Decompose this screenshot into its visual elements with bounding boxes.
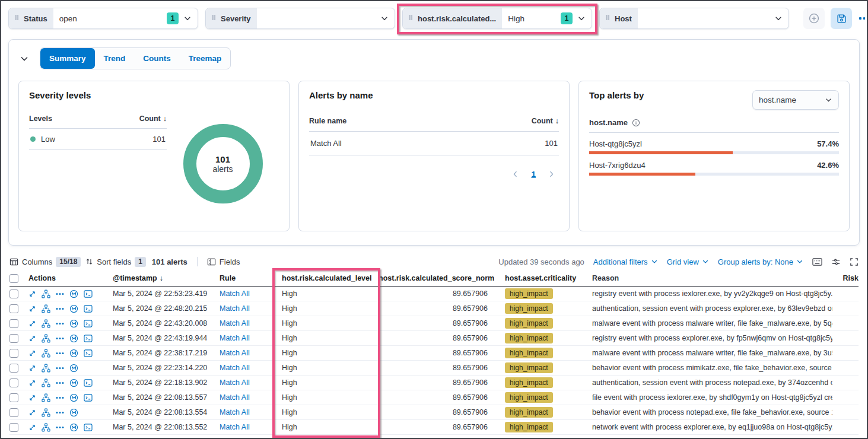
add-filter-button[interactable] (803, 8, 825, 29)
more-actions-button-icon[interactable] (56, 396, 64, 399)
row-checkbox[interactable] (9, 393, 18, 402)
expand-alert-button-icon[interactable] (28, 349, 36, 357)
analyzer-button-icon[interactable] (42, 393, 50, 402)
session-view-button-icon[interactable] (69, 319, 78, 328)
rule-link[interactable]: Match All (220, 423, 250, 431)
session-view-button-icon[interactable] (69, 349, 78, 358)
more-actions-button-icon[interactable] (56, 381, 64, 384)
row-checkbox[interactable] (9, 290, 18, 298)
analyzer-button-icon[interactable] (42, 304, 50, 313)
expand-alert-button-icon[interactable] (28, 364, 36, 372)
terminal-session-icon[interactable] (84, 290, 93, 298)
rule-link[interactable]: Match All (220, 304, 250, 313)
stack-by-select[interactable]: host.name (752, 90, 839, 110)
row-checkbox[interactable] (9, 378, 18, 387)
session-view-button-icon[interactable] (69, 378, 78, 387)
more-actions-button-icon[interactable] (56, 307, 64, 310)
more-actions-button-icon[interactable] (56, 322, 64, 325)
rule-link[interactable]: Match All (220, 334, 250, 342)
save-button[interactable] (831, 8, 852, 29)
header-criticality[interactable]: host.asset.criticality (498, 274, 592, 282)
analyzer-button-icon[interactable] (42, 319, 50, 328)
terminal-session-icon[interactable] (84, 335, 93, 342)
grid-view-button[interactable]: Grid view (667, 257, 709, 266)
analyzer-button-icon[interactable] (42, 408, 50, 417)
select-all-checkbox[interactable] (9, 274, 18, 283)
header-reason[interactable]: Reason (592, 274, 832, 282)
expand-alert-button-icon[interactable] (28, 394, 36, 402)
sort-fields-button[interactable]: Sort fields 1 (85, 257, 146, 267)
rule-link[interactable]: Match All (220, 393, 250, 402)
row-checkbox[interactable] (9, 364, 18, 373)
cell-reason[interactable]: behavior event with process notepad.exe,… (592, 408, 832, 416)
filter-chip-status[interactable]: Statusopen1 (8, 8, 198, 29)
terminal-session-icon[interactable] (84, 320, 93, 327)
session-view-button-icon[interactable] (69, 423, 78, 432)
cell-reason[interactable]: file event with process iexlorer.exe, by… (592, 393, 832, 402)
fullscreen-button[interactable] (850, 257, 859, 266)
header-rule[interactable]: Rule (220, 274, 274, 282)
keyboard-shortcuts-button[interactable] (812, 257, 822, 266)
tab-trend[interactable]: Trend (95, 48, 135, 69)
header-timestamp[interactable]: @timestamp↓ (113, 274, 220, 282)
row-checkbox[interactable] (9, 304, 18, 313)
terminal-session-icon[interactable] (84, 305, 93, 313)
row-checkbox[interactable] (9, 408, 18, 417)
more-actions-button-icon[interactable] (56, 367, 64, 370)
more-actions-button-icon[interactable] (56, 337, 64, 340)
rule-link[interactable]: Match All (220, 290, 250, 298)
more-actions-button-icon[interactable] (56, 426, 64, 429)
fields-button[interactable]: Fields (207, 257, 240, 266)
header-risk[interactable]: Risk (832, 274, 859, 282)
session-view-button-icon[interactable] (69, 334, 78, 343)
session-view-button-icon[interactable] (69, 364, 78, 373)
row-checkbox[interactable] (9, 334, 18, 343)
tab-summary[interactable]: Summary (40, 48, 95, 69)
cell-reason[interactable]: authentication, session event with proce… (592, 378, 832, 387)
terminal-session-icon[interactable] (84, 349, 93, 357)
expand-alert-button-icon[interactable] (28, 424, 36, 431)
row-checkbox[interactable] (9, 423, 18, 432)
tab-counts[interactable]: Counts (134, 48, 180, 69)
filter-chip-host[interactable]: Host (599, 8, 789, 29)
expand-alert-button-icon[interactable] (28, 335, 36, 342)
cell-reason[interactable]: registry event with process iexlorer.exe… (592, 290, 832, 298)
collapse-chevron-button[interactable] (18, 52, 30, 66)
prev-page-button[interactable] (511, 170, 519, 178)
session-view-button-icon[interactable] (69, 393, 78, 402)
expand-alert-button-icon[interactable] (28, 305, 36, 313)
filter-more-button[interactable] (858, 17, 868, 20)
cell-reason[interactable]: authentication, session event with proce… (592, 304, 832, 313)
columns-button[interactable]: Columns 15/18 (9, 257, 81, 267)
header-risk-level[interactable]: host.risk.calculated_level (274, 274, 379, 282)
terminal-session-icon[interactable] (84, 394, 93, 402)
more-actions-button-icon[interactable] (56, 411, 64, 414)
analyzer-button-icon[interactable] (42, 290, 50, 298)
expand-alert-button-icon[interactable] (28, 290, 36, 298)
next-page-button[interactable] (548, 170, 555, 178)
rule-link[interactable]: Match All (220, 378, 250, 387)
host-name[interactable]: Host-qtg8jc5yzl (589, 139, 642, 148)
rule-link[interactable]: Match All (220, 364, 250, 372)
header-risk-score[interactable]: host.risk.calculated_score_norm (379, 274, 498, 282)
terminal-session-icon[interactable] (84, 379, 93, 387)
expand-alert-button-icon[interactable] (28, 409, 36, 416)
group-alerts-by-button[interactable]: Group alerts by: None (718, 257, 803, 266)
col-count-sort[interactable]: Count↓ (532, 117, 559, 125)
additional-filters-button[interactable]: Additional filters (593, 257, 658, 266)
session-view-button-icon[interactable] (69, 408, 78, 417)
host-name[interactable]: Host-7xrig6dzu4 (589, 161, 646, 170)
tab-treemap[interactable]: Treemap (180, 48, 231, 69)
rule-link[interactable]: Match All (220, 349, 250, 357)
cell-reason[interactable]: malware event with process malware write… (592, 319, 832, 327)
analyzer-button-icon[interactable] (42, 349, 50, 358)
cell-reason[interactable]: malware event with process malware write… (592, 349, 832, 357)
analyzer-button-icon[interactable] (42, 364, 50, 373)
filter-chip-hostriskcalculated[interactable]: host.risk.calculated...High1 (402, 8, 592, 29)
session-view-button-icon[interactable] (69, 304, 78, 313)
filter-chip-severity[interactable]: Severity (205, 8, 395, 29)
analyzer-button-icon[interactable] (42, 423, 50, 432)
row-checkbox[interactable] (9, 349, 18, 358)
cell-reason[interactable]: network event with process explorer.exe,… (592, 423, 832, 431)
grid-settings-button[interactable] (831, 257, 841, 266)
